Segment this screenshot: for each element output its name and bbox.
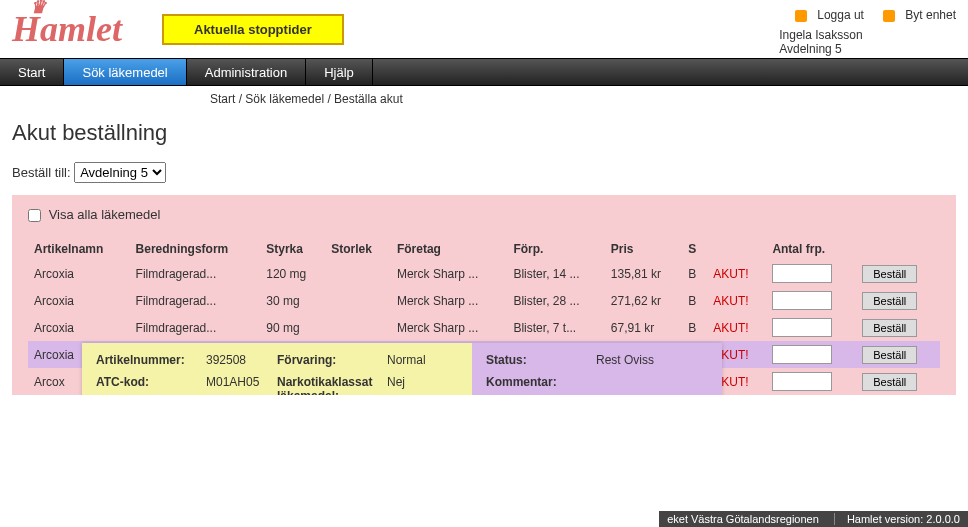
logo: ♛ Hamlet (12, 8, 122, 50)
col-akut (707, 238, 766, 260)
nav-search[interactable]: Sök läkemedel (64, 59, 186, 85)
cell-company: Merck Sharp ... (391, 314, 508, 341)
nav-help[interactable]: Hjälp (306, 59, 373, 85)
table-row[interactable]: ArcoxiaFilmdragerad...30 mgMerck Sharp .… (28, 287, 940, 314)
user-area: Logga ut Byt enhet Ingela Isaksson Avdel… (779, 8, 956, 56)
cell-company: Merck Sharp ... (391, 260, 508, 287)
show-all-label: Visa alla läkemedel (49, 207, 161, 222)
show-all-checkbox[interactable] (28, 209, 41, 222)
order-button[interactable]: Beställ (862, 346, 917, 364)
lock-icon (795, 10, 807, 22)
cell-price: 271,62 kr (605, 287, 682, 314)
order-to-select[interactable]: Avdelning 5 (74, 162, 166, 183)
cell-strength: 30 mg (260, 287, 325, 314)
order-to-label: Beställ till: (12, 165, 71, 180)
order-button[interactable]: Beställ (862, 265, 917, 283)
user-dept: Avdelning 5 (779, 42, 956, 56)
forv-label: Förvaring: (277, 353, 387, 367)
nark-value: Nej (387, 375, 458, 395)
qty-input[interactable] (772, 264, 832, 283)
artnr-value: 392508 (206, 353, 277, 367)
medication-panel: Visa alla läkemedel Artikelnamn Berednin… (12, 195, 956, 395)
order-button[interactable]: Beställ (862, 292, 917, 310)
col-name: Artikelnamn (28, 238, 130, 260)
cell-price: 67,91 kr (605, 314, 682, 341)
qty-input[interactable] (772, 291, 832, 310)
atc-value: M01AH05 (206, 375, 277, 389)
nav-start[interactable]: Start (0, 59, 64, 85)
qty-input[interactable] (772, 345, 832, 364)
cell-price: 135,81 kr (605, 260, 682, 287)
lock-icon (883, 10, 895, 22)
detail-yellow: Artikelnummer:392508 ATC-kod:M01AH05 Nam… (82, 343, 472, 395)
cell-s: B (682, 260, 707, 287)
komm-value (596, 375, 708, 389)
order-button[interactable]: Beställ (862, 373, 917, 391)
breadcrumb: Start / Sök läkemedel / Beställa akut (0, 86, 968, 112)
komm-label: Kommentar: (486, 375, 596, 389)
switch-unit-link[interactable]: Byt enhet (875, 8, 956, 22)
nark-label: Narkotikaklassat läkemedel: (277, 375, 387, 395)
cell-size (325, 287, 391, 314)
navbar: Start Sök läkemedel Administration Hjälp (0, 58, 968, 86)
cell-akut: AKUT! (707, 314, 766, 341)
cell-pack: Blister, 7 t... (507, 314, 604, 341)
cell-name: Arcoxia (28, 260, 130, 287)
col-strength: Styrka (260, 238, 325, 260)
cell-size (325, 260, 391, 287)
cell-pack: Blister, 14 ... (507, 260, 604, 287)
artnr-label: Artikelnummer: (96, 353, 206, 367)
col-s: S (682, 238, 707, 260)
table-row[interactable]: ArcoxiaFilmdragerad...90 mgMerck Sharp .… (28, 314, 940, 341)
show-all: Visa alla läkemedel (28, 207, 940, 222)
forv-value: Normal (387, 353, 458, 367)
cell-name: Arcoxia (28, 314, 130, 341)
col-price: Pris (605, 238, 682, 260)
qty-input[interactable] (772, 372, 832, 391)
cell-company: Merck Sharp ... (391, 287, 508, 314)
order-to: Beställ till: Avdelning 5 (0, 158, 968, 195)
cell-strength: 90 mg (260, 314, 325, 341)
status-value: Rest Oviss (596, 353, 708, 367)
page-title: Akut beställning (0, 112, 968, 158)
qty-input[interactable] (772, 318, 832, 337)
cell-form: Filmdragerad... (130, 314, 261, 341)
table-row[interactable]: ArcoxiaFilmdragerad...120 mgMerck Sharp … (28, 260, 940, 287)
header: ♛ Hamlet Aktuella stopptider Logga ut By… (0, 0, 968, 58)
nav-admin[interactable]: Administration (187, 59, 306, 85)
logout-link[interactable]: Logga ut (787, 8, 864, 22)
detail-purple: Status:Rest Oviss Kommentar: RGL byter t… (472, 343, 722, 395)
col-size: Storlek (325, 238, 391, 260)
col-company: Företag (391, 238, 508, 260)
cell-pack: Blister, 28 ... (507, 287, 604, 314)
cell-s: B (682, 314, 707, 341)
cell-name: Arcoxia (28, 287, 130, 314)
cell-strength: 120 mg (260, 260, 325, 287)
cell-size (325, 314, 391, 341)
order-button[interactable]: Beställ (862, 319, 917, 337)
user-name: Ingela Isaksson (779, 28, 956, 42)
col-qty: Antal frp. (766, 238, 856, 260)
cell-s: B (682, 287, 707, 314)
cell-form: Filmdragerad... (130, 287, 261, 314)
crown-icon: ♛ (30, 0, 46, 18)
cell-akut: AKUT! (707, 287, 766, 314)
col-order (856, 238, 940, 260)
col-form: Beredningsform (130, 238, 261, 260)
stop-times-button[interactable]: Aktuella stopptider (162, 14, 344, 45)
col-pack: Förp. (507, 238, 604, 260)
detail-popup: Artikelnummer:392508 ATC-kod:M01AH05 Nam… (82, 343, 722, 395)
atc-label: ATC-kod: (96, 375, 206, 389)
cell-akut: AKUT! (707, 260, 766, 287)
cell-form: Filmdragerad... (130, 260, 261, 287)
status-label: Status: (486, 353, 596, 367)
